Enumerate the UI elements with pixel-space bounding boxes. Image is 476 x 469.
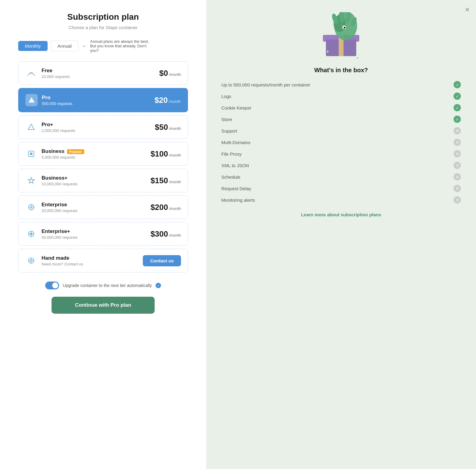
plan-name-enterprise: Enterprise <box>42 202 78 208</box>
monthly-toggle-btn[interactable]: Monthly <box>18 41 48 51</box>
close-button[interactable]: ✕ <box>465 6 470 13</box>
contact-btn[interactable]: Contact us <box>143 255 181 266</box>
page-subtitle: Choose a plan for Stape container <box>69 25 138 30</box>
feature-name: Logs <box>221 94 231 99</box>
plan-requests-business: 5,000,000 requests <box>42 155 84 160</box>
plan-left: BusinessPopular 5,000,000 requests <box>25 148 84 160</box>
plan-price: $20/month <box>155 96 181 105</box>
plan-price: $200/month <box>150 203 181 212</box>
feature-name: Store <box>221 117 232 122</box>
page-title: Subscription plan <box>67 12 139 22</box>
plan-name-hand-made: Hand made <box>42 255 83 261</box>
feature-name: Cookie Keeper <box>221 105 251 110</box>
feature-item-3: Store ✓ <box>221 116 461 123</box>
plan-requests-enterprise-plus: 50,000,000 requests <box>42 235 78 240</box>
plan-icon-hand-made <box>25 255 37 267</box>
feature-check-0: ✓ <box>454 81 461 88</box>
plan-left: Business+ 10,000,000 requests <box>25 174 78 187</box>
auto-upgrade-row: Upgrade container to the next tier autom… <box>45 282 161 289</box>
feature-name: Schedule <box>221 174 240 180</box>
feature-name: Monitoring alerts <box>221 197 255 203</box>
billing-toggle: Monthly Annual ← Annual plans are always… <box>18 39 154 53</box>
plan-requests-pro-plus: 2,000,000 requests <box>42 128 75 133</box>
plan-card-business[interactable]: BusinessPopular 5,000,000 requests $100/… <box>18 142 188 166</box>
plan-icon-free <box>25 67 37 79</box>
left-panel: Subscription plan Choose a plan for Stap… <box>0 0 206 469</box>
plan-left: Pro+ 2,000,000 requests <box>25 121 75 133</box>
continue-button[interactable]: Continue with Pro plan <box>52 297 155 314</box>
svg-marker-0 <box>28 97 35 103</box>
feature-name: Up to 500,000 requests/month per contain… <box>221 82 310 87</box>
feature-check-5: ✕ <box>454 139 461 146</box>
feature-name: Request Delay <box>221 186 251 191</box>
plan-name-pro-plus: Pro+ <box>42 122 75 128</box>
plan-card-pro[interactable]: Pro 500,000 requests $20/month <box>18 88 188 112</box>
feature-name: XML to JSON <box>221 163 249 168</box>
plan-name-pro: Pro <box>42 95 72 101</box>
learn-more-link[interactable]: Learn more about subscription plans <box>301 212 381 217</box>
right-panel: ✕ ✦ <box>206 0 476 469</box>
feature-item-6: File Proxy ✕ <box>221 150 461 157</box>
plan-requests-pro: 500,000 requests <box>42 101 72 106</box>
plan-icon-enterprise <box>25 201 37 213</box>
plan-requests-hand-made: Need more? Contact us <box>42 262 83 266</box>
feature-check-2: ✓ <box>454 104 461 111</box>
feature-item-2: Cookie Keeper ✓ <box>221 104 461 111</box>
svg-rect-3 <box>30 153 32 155</box>
feature-item-8: Schedule ✕ <box>221 173 461 181</box>
plan-card-pro-plus[interactable]: Pro+ 2,000,000 requests $50/month <box>18 115 188 139</box>
feature-check-6: ✕ <box>454 150 461 157</box>
plan-card-enterprise-plus[interactable]: Enterprise+ 50,000,000 requests $300/mon… <box>18 222 188 246</box>
box-illustration: ✦ ✦ <box>317 12 365 61</box>
feature-item-1: Logs ✓ <box>221 93 461 100</box>
svg-text:✦: ✦ <box>326 49 330 54</box>
feature-item-10: Monitoring alerts ✕ <box>221 196 461 204</box>
plan-left: Pro 500,000 requests <box>25 94 72 106</box>
plan-price: $50/month <box>155 123 181 132</box>
plan-icon-enterprise-plus <box>25 228 37 240</box>
plan-price: $300/month <box>150 229 181 239</box>
popular-badge: Popular <box>67 149 84 154</box>
plan-card-hand-made[interactable]: Hand made Need more? Contact us Contact … <box>18 249 188 272</box>
feature-check-4: ✕ <box>454 127 461 134</box>
feature-item-0: Up to 500,000 requests/month per contain… <box>221 81 461 88</box>
feature-check-10: ✕ <box>454 196 461 204</box>
plan-card-enterprise[interactable]: Enterprise 20,000,000 requests $200/mont… <box>18 195 188 219</box>
arrow-icon: ← <box>82 42 88 49</box>
plan-icon-business-plus <box>25 174 37 187</box>
annual-toggle-btn[interactable]: Annual <box>51 41 79 51</box>
feature-name: Support <box>221 128 237 133</box>
plan-icon-pro-plus <box>25 121 37 133</box>
feature-check-9: ✕ <box>454 185 461 192</box>
plans-container: Free 10,000 requests $0/month Pro 500,00… <box>18 61 188 275</box>
info-icon[interactable]: i <box>156 283 161 288</box>
feature-check-1: ✓ <box>454 93 461 100</box>
plan-name-enterprise-plus: Enterprise+ <box>42 228 78 234</box>
plan-left: Free 10,000 requests <box>25 67 70 79</box>
feature-name: File Proxy <box>221 151 242 157</box>
right-inner: ✦ ✦ What's in the box? Up to 500,000 req… <box>221 12 461 217</box>
plan-price: $150/month <box>150 176 181 185</box>
plan-card-free[interactable]: Free 10,000 requests $0/month <box>18 61 188 85</box>
auto-upgrade-toggle[interactable] <box>45 282 59 289</box>
feature-item-9: Request Delay ✕ <box>221 185 461 192</box>
plan-requests-enterprise: 20,000,000 requests <box>42 208 78 213</box>
plan-left: Enterprise 20,000,000 requests <box>25 201 78 213</box>
feature-list: Up to 500,000 requests/month per contain… <box>221 81 461 204</box>
plan-name-business-plus: Business+ <box>42 175 78 181</box>
plan-price: $100/month <box>150 149 181 159</box>
plan-requests-free: 10,000 requests <box>42 74 70 79</box>
feature-item-5: Multi-Domains ✕ <box>221 139 461 146</box>
plan-name-free: Free <box>42 68 70 74</box>
plan-requests-business-plus: 10,000,000 requests <box>42 182 78 186</box>
svg-marker-1 <box>28 124 34 130</box>
svg-point-30 <box>344 27 345 29</box>
svg-marker-4 <box>28 177 34 183</box>
svg-text:✦: ✦ <box>356 56 359 60</box>
plan-icon-pro <box>25 94 38 106</box>
svg-point-15 <box>30 260 32 261</box>
plan-card-business-plus[interactable]: Business+ 10,000,000 requests $150/month <box>18 169 188 192</box>
feature-item-4: Support ✕ <box>221 127 461 134</box>
plan-price: $0/month <box>159 69 181 78</box>
feature-item-7: XML to JSON ✕ <box>221 162 461 169</box>
